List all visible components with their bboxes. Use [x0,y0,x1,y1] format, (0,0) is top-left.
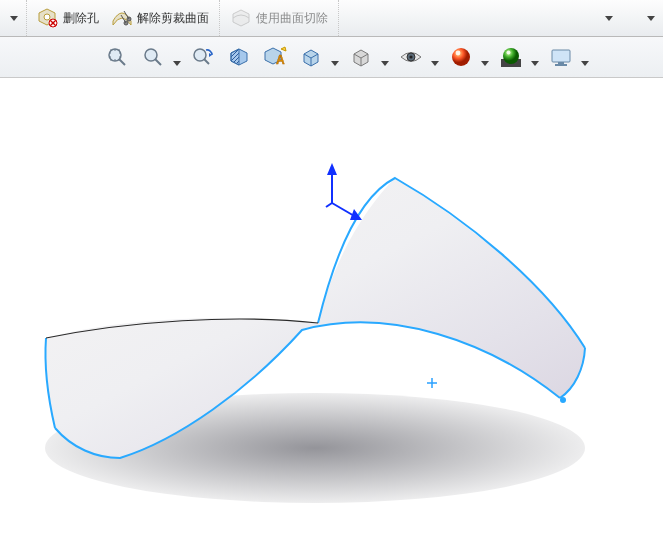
svg-marker-26 [431,61,439,66]
section-view-button[interactable] [222,42,256,72]
svg-marker-10 [647,16,655,21]
zoom-to-fit-button[interactable] [100,42,134,72]
svg-rect-36 [558,62,564,64]
delete-hole-label: 删除孔 [63,10,99,27]
svg-point-28 [456,51,461,56]
svg-point-33 [507,51,511,55]
command-ribbon: 删除孔 解除剪裁曲面 使用曲面切除 [0,0,663,37]
svg-text:A: A [276,53,285,67]
svg-marker-23 [381,61,389,66]
svg-marker-34 [531,61,539,66]
ribbon-group-left [2,0,27,36]
edit-appearance-button[interactable] [444,42,478,72]
ribbon-dropdown-right-1[interactable] [601,4,617,32]
edge-endpoint [560,397,566,403]
svg-point-32 [503,48,519,64]
ribbon-group-cut: 使用曲面切除 [220,0,339,36]
svg-marker-22 [331,61,339,66]
svg-point-27 [452,48,470,66]
previous-view-button[interactable] [186,42,220,72]
untrim-surface-button[interactable]: 解除剪裁曲面 [105,4,215,32]
model-canvas [0,78,663,538]
ribbon-dropdown-left[interactable] [6,4,22,32]
zoom-to-area-button[interactable] [136,42,170,72]
svg-point-1 [44,14,50,20]
hide-show-items-button[interactable] [394,42,428,72]
ribbon-group-edit: 删除孔 解除剪裁曲面 [27,0,220,36]
svg-marker-0 [10,16,18,21]
svg-line-15 [155,59,161,65]
cut-with-surface-icon [230,7,252,29]
svg-rect-37 [555,64,567,66]
svg-marker-29 [481,61,489,66]
svg-marker-40 [327,163,337,175]
graphics-viewport[interactable] [0,78,663,538]
zoom-dropdown[interactable] [172,42,182,72]
edit-appearance-dropdown[interactable] [480,42,490,72]
cut-with-surface-label: 使用曲面切除 [256,10,328,27]
svg-marker-9 [605,16,613,21]
view-orientation-dropdown[interactable] [330,42,340,72]
view-orientation-button[interactable] [294,42,328,72]
svg-line-18 [204,59,209,64]
delete-hole-button[interactable]: 删除孔 [31,4,105,32]
svg-rect-35 [552,50,570,62]
dynamic-annotation-views-button[interactable]: A [258,42,292,72]
ribbon-group-overflow [597,0,663,36]
hide-show-dropdown[interactable] [430,42,440,72]
display-style-dropdown[interactable] [380,42,390,72]
ribbon-dropdown-right-2[interactable] [643,4,659,32]
origin-triad [326,163,362,220]
view-settings-button[interactable] [544,42,578,72]
svg-marker-16 [173,61,181,66]
untrim-surface-label: 解除剪裁曲面 [137,10,209,27]
svg-line-43 [326,203,332,207]
apply-scene-dropdown[interactable] [530,42,540,72]
view-toolbar: A [0,37,663,78]
view-center-marker [427,378,437,388]
delete-hole-icon [37,7,59,29]
svg-marker-38 [581,61,589,66]
apply-scene-button[interactable] [494,42,528,72]
svg-point-25 [409,55,412,58]
cut-with-surface-button: 使用曲面切除 [224,4,334,32]
untrim-surface-icon [111,7,133,29]
view-settings-dropdown[interactable] [580,42,590,72]
display-style-button[interactable] [344,42,378,72]
